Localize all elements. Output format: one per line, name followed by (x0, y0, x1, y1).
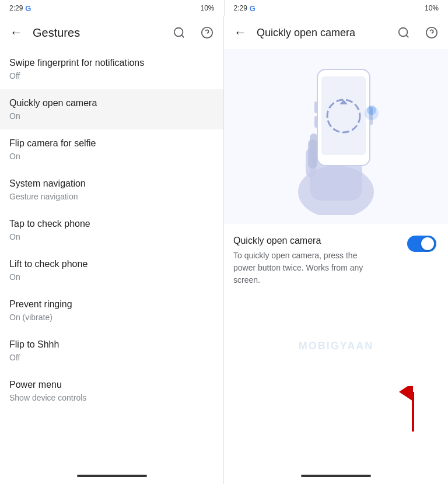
right-google-icon: G (250, 4, 256, 13)
watermark: MOBIGYAAN (299, 340, 373, 352)
left-panel: ← Gestures Swipe fingerprint for not (0, 16, 224, 484)
item-title-swipe-fingerprint: Swipe fingerprint for notifications (9, 57, 214, 69)
left-nav-indicator (77, 475, 147, 477)
detail-area: Quickly open camera To quickly open came… (224, 224, 448, 468)
right-status-bar: 2:29 G 10% (225, 0, 449, 16)
item-title-power-menu: Power menu (9, 379, 214, 391)
quickly-open-camera-toggle[interactable] (407, 236, 436, 252)
right-panel-title: Quickly open camera (257, 27, 387, 39)
right-nav-indicator (301, 475, 371, 477)
item-subtitle-flip-camera: On (9, 151, 214, 162)
svg-rect-19 (314, 116, 317, 128)
phone-hand-svg (278, 58, 394, 215)
item-subtitle-quickly-open-camera: On (9, 111, 214, 121)
left-battery: 10% (200, 4, 214, 12)
svg-line-1 (181, 35, 184, 37)
left-toolbar: ← Gestures (0, 16, 223, 49)
left-back-button[interactable]: ← (5, 21, 28, 44)
item-wrapper-tap-to-check: Tap to check phone On (0, 210, 223, 250)
toggle-knob (421, 237, 434, 250)
right-time: 2:29 (234, 4, 247, 12)
settings-item-flip-camera[interactable]: Flip camera for selfie On (0, 129, 223, 170)
right-search-button[interactable] (392, 21, 415, 44)
settings-item-swipe-fingerprint[interactable]: Swipe fingerprint for notifications Off (0, 49, 223, 89)
left-status-bar: 2:29 G 10% (0, 0, 224, 16)
detail-description: To quickly open camera, press the power … (233, 250, 368, 286)
item-wrapper-prevent-ringing: Prevent ringing On (vibrate) (0, 290, 223, 331)
status-bar-row: 2:29 G 10% 2:29 G 10% (0, 0, 448, 16)
item-wrapper-flip-to-shhh: Flip to Shhh Off (0, 331, 223, 371)
settings-item-lift-to-check[interactable]: Lift to check phone On (0, 250, 223, 290)
item-subtitle-system-navigation: Gesture navigation (9, 191, 214, 202)
item-wrapper-lift-to-check: Lift to check phone On (0, 250, 223, 290)
red-arrow-up (396, 386, 430, 433)
item-subtitle-swipe-fingerprint: Off (9, 71, 214, 81)
right-panel: ← Quickly open camera (224, 16, 448, 484)
svg-point-6 (399, 28, 408, 37)
item-title-prevent-ringing: Prevent ringing (9, 299, 214, 311)
left-time: 2:29 (9, 4, 23, 12)
right-toolbar: ← Quickly open camera (224, 16, 448, 49)
item-wrapper-quickly-open-camera: Quickly open camera On (0, 89, 223, 129)
item-subtitle-prevent-ringing: On (vibrate) (9, 312, 214, 322)
item-wrapper-flip-camera: Flip camera for selfie On (0, 129, 223, 170)
item-wrapper-power-menu: Power menu Show device controls (0, 371, 223, 411)
item-subtitle-power-menu: Show device controls (9, 392, 214, 403)
item-wrapper-system-navigation: System navigation Gesture navigation (0, 170, 223, 210)
right-battery: 10% (425, 4, 439, 12)
camera-gesture-illustration (224, 49, 448, 224)
right-nav-bar (224, 468, 448, 484)
settings-item-prevent-ringing[interactable]: Prevent ringing On (vibrate) (0, 290, 223, 331)
left-help-button[interactable] (195, 21, 219, 44)
svg-rect-14 (310, 134, 318, 163)
item-subtitle-tap-to-check: On (9, 232, 214, 242)
settings-item-tap-to-check[interactable]: Tap to check phone On (0, 210, 223, 250)
item-title-lift-to-check: Lift to check phone (9, 258, 214, 271)
left-nav-bar (0, 468, 223, 484)
svg-point-21 (365, 106, 379, 120)
left-panel-title: Gestures (33, 26, 163, 40)
settings-list: Swipe fingerprint for notifications Off … (0, 49, 223, 468)
left-search-button[interactable] (167, 21, 191, 44)
item-title-system-navigation: System navigation (9, 178, 214, 190)
item-subtitle-lift-to-check: On (9, 272, 214, 282)
item-title-flip-to-shhh: Flip to Shhh (9, 339, 214, 351)
settings-item-system-navigation[interactable]: System navigation Gesture navigation (0, 170, 223, 210)
settings-item-power-menu[interactable]: Power menu Show device controls (0, 371, 223, 411)
toggle-container (407, 236, 436, 252)
item-title-quickly-open-camera: Quickly open camera (9, 97, 214, 110)
item-title-tap-to-check: Tap to check phone (9, 218, 214, 230)
item-subtitle-flip-to-shhh: Off (9, 352, 214, 363)
item-title-flip-camera: Flip camera for selfie (9, 138, 214, 150)
settings-item-quickly-open-camera[interactable]: Quickly open camera On (0, 89, 223, 129)
right-help-button[interactable] (420, 21, 443, 44)
svg-rect-18 (314, 101, 317, 113)
svg-line-7 (406, 35, 408, 37)
right-back-button[interactable]: ← (229, 21, 252, 44)
item-wrapper-swipe-fingerprint: Swipe fingerprint for notifications Off (0, 49, 223, 89)
svg-point-0 (174, 28, 183, 37)
settings-item-flip-to-shhh[interactable]: Flip to Shhh Off (0, 331, 223, 371)
left-google-icon: G (25, 4, 31, 13)
